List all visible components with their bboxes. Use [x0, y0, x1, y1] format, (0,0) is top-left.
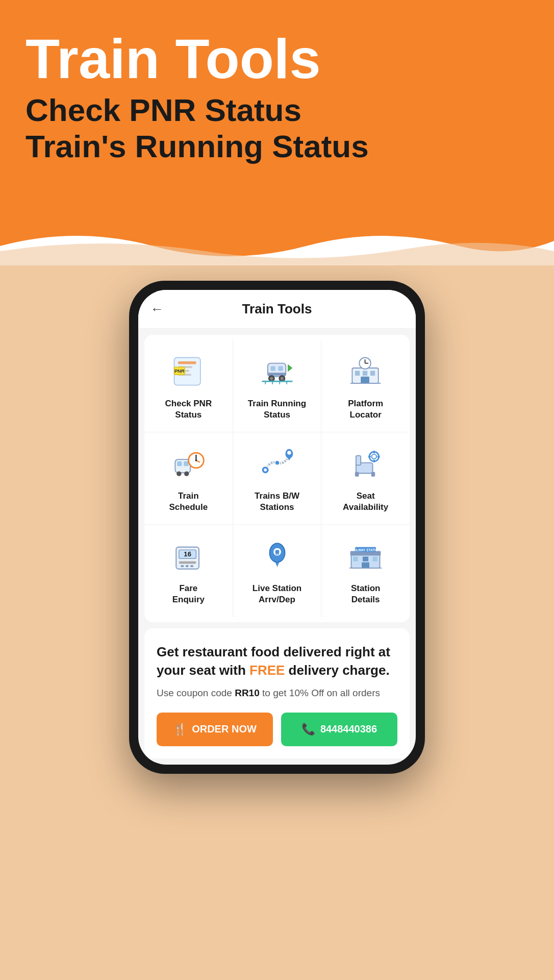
station-details-icon: RAILWAY STATION [343, 536, 389, 577]
fork-knife-icon: 🍴 [173, 723, 187, 736]
seat-icon [343, 444, 389, 484]
order-now-button[interactable]: 🍴 ORDER NOW [157, 713, 273, 746]
promo-main-text: Get restaurant food delivered right at y… [157, 643, 397, 680]
svg-point-34 [184, 472, 189, 476]
svg-rect-73 [363, 557, 368, 561]
svg-point-50 [372, 454, 376, 459]
svg-rect-74 [373, 557, 377, 561]
svg-rect-52 [373, 460, 375, 462]
grid-row-2: TrainSchedule [144, 432, 410, 525]
svg-rect-28 [361, 377, 369, 383]
svg-rect-53 [368, 456, 371, 458]
grid-item-fare[interactable]: 16 FareEnquiry [144, 525, 233, 617]
phone-screen: ← Train Tools [138, 290, 416, 765]
seat-label: SeatAvailability [343, 491, 388, 513]
grid-item-check-pnr[interactable]: PNR Check PNRStatus [144, 340, 233, 432]
svg-point-14 [281, 377, 284, 380]
svg-rect-54 [377, 456, 380, 458]
svg-rect-32 [184, 461, 188, 466]
svg-rect-47 [355, 472, 359, 477]
promo-buttons: 🍴 ORDER NOW 📞 8448440386 [157, 713, 397, 746]
svg-text:PNR: PNR [174, 369, 185, 374]
svg-point-40 [264, 469, 267, 472]
svg-rect-9 [278, 366, 283, 371]
svg-marker-67 [275, 562, 279, 567]
grid-item-bw-stations[interactable]: Trains B/WStations [233, 432, 322, 524]
wave-divider [0, 226, 554, 265]
svg-rect-27 [370, 371, 375, 376]
live-station-label: Live StationArrv/Dep [253, 583, 301, 605]
svg-rect-26 [363, 371, 367, 376]
grid-item-station-details[interactable]: RAILWAY STATION StationD [321, 525, 410, 617]
tools-grid: PNR Check PNRStatus [144, 335, 410, 622]
svg-rect-59 [181, 566, 184, 568]
grid-row-1: PNR Check PNRStatus [144, 340, 410, 432]
promo-sub-text: Use coupon code RR10 to get 10% Off on a… [157, 687, 397, 700]
bw-stations-icon [254, 444, 300, 484]
grid-item-seat[interactable]: SeatAvailability [321, 432, 410, 524]
fare-icon: 16 [165, 536, 211, 577]
svg-rect-1 [178, 361, 196, 364]
phone-frame: ← Train Tools [129, 281, 425, 774]
live-station-icon [254, 536, 300, 577]
svg-rect-10 [267, 373, 285, 376]
check-pnr-label: Check PNRStatus [165, 398, 212, 421]
app-header: ← Train Tools [138, 290, 416, 329]
svg-text:16: 16 [184, 550, 191, 558]
platform-label: PlatformLocator [348, 398, 383, 421]
svg-point-44 [274, 460, 279, 465]
promo-section: Get restaurant food delivered right at y… [144, 628, 410, 758]
fare-label: FareEnquiry [172, 583, 205, 605]
hero-subtitle: Check PNR Status Train's Running Status [26, 92, 528, 165]
check-pnr-icon: PNR [165, 351, 211, 392]
grid-item-live-station[interactable]: Live StationArrv/Dep [233, 525, 322, 617]
svg-point-33 [177, 472, 181, 476]
svg-rect-75 [362, 562, 369, 568]
call-button[interactable]: 📞 8448440386 [281, 713, 397, 746]
svg-rect-8 [270, 366, 275, 371]
svg-rect-31 [177, 461, 182, 466]
back-button[interactable]: ← [150, 301, 164, 317]
train-running-icon [254, 351, 300, 392]
svg-rect-51 [373, 451, 375, 454]
train-running-label: Train RunningStatus [248, 398, 306, 421]
grid-item-train-running[interactable]: Train RunningStatus [233, 340, 322, 432]
svg-marker-20 [288, 364, 292, 372]
platform-icon [343, 351, 389, 392]
grid-item-platform[interactable]: PlatformLocator [321, 340, 410, 432]
svg-point-65 [275, 554, 277, 555]
svg-point-12 [270, 377, 273, 380]
grid-row-3: 16 FareEnquiry [144, 525, 410, 617]
svg-point-66 [277, 554, 279, 555]
station-details-label: StationDetails [351, 583, 381, 605]
svg-rect-48 [371, 472, 375, 477]
app-title: Train Tools [242, 301, 312, 317]
phone-icon: 📞 [301, 723, 315, 736]
schedule-label: TrainSchedule [169, 491, 208, 513]
bw-stations-label: Trains B/WStations [255, 491, 299, 513]
svg-point-38 [195, 459, 197, 461]
schedule-icon [165, 444, 211, 484]
grid-item-schedule[interactable]: TrainSchedule [144, 432, 233, 524]
svg-rect-58 [179, 561, 196, 564]
svg-point-42 [287, 451, 291, 455]
svg-text:RAILWAY STATION: RAILWAY STATION [350, 549, 381, 552]
svg-rect-46 [356, 456, 361, 465]
hero-section: Train Tools Check PNR Status Train's Run… [0, 0, 554, 265]
hero-title: Train Tools [26, 31, 528, 87]
svg-rect-61 [190, 566, 193, 568]
svg-rect-64 [275, 550, 279, 554]
phone-wrapper: ← Train Tools [0, 265, 554, 804]
svg-rect-60 [186, 566, 189, 568]
svg-rect-25 [355, 371, 360, 376]
svg-rect-72 [353, 557, 358, 561]
